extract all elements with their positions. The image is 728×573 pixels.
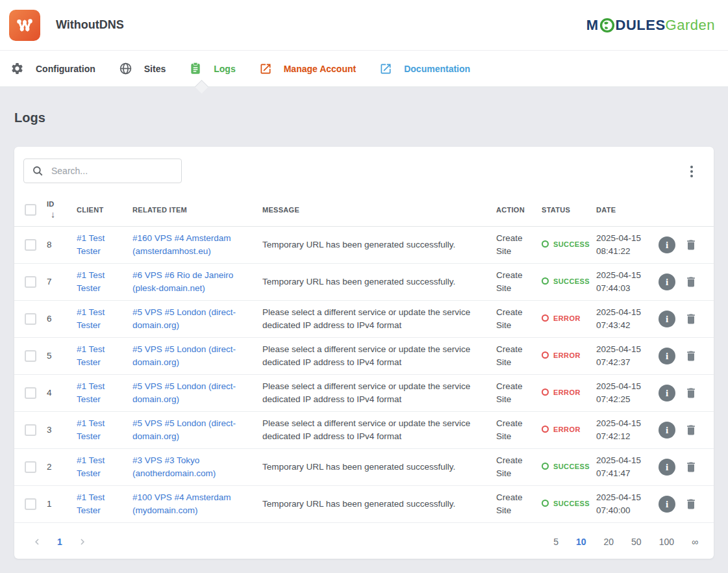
sort-desc-icon[interactable]: ↓ — [51, 210, 55, 219]
pagination-bar: 1 5102050100∞ — [14, 525, 714, 559]
row-checkbox[interactable] — [25, 424, 36, 436]
info-icon[interactable]: i — [659, 459, 675, 476]
chevron-right-icon[interactable] — [77, 536, 88, 548]
client-link[interactable]: #1 Test Tester — [77, 455, 105, 478]
tab-configuration-label: Configuration — [36, 64, 95, 74]
trash-icon[interactable] — [684, 275, 697, 288]
related-item-link[interactable]: #160 VPS #4 Amsterdam (amsterdamhost.eu) — [132, 233, 231, 256]
related-item-link[interactable]: #5 VPS #5 London (direct-domain.org) — [132, 381, 236, 404]
tab-logs-label: Logs — [214, 64, 235, 74]
tab-configuration[interactable]: Configuration — [10, 62, 95, 75]
related-item-link[interactable]: #6 VPS #6 Rio de Janeiro (plesk-domain.n… — [132, 270, 233, 293]
column-client[interactable]: CLIENT — [77, 194, 132, 226]
related-item-link[interactable]: #100 VPS #4 Amsterdam (mydomain.com) — [132, 492, 231, 515]
status-circle-icon — [542, 277, 549, 285]
row-checkbox[interactable] — [25, 313, 36, 325]
tab-logs[interactable]: Logs — [189, 62, 235, 75]
related-item-link[interactable]: #5 VPS #5 London (direct-domain.org) — [132, 344, 236, 367]
client-link[interactable]: #1 Test Tester — [77, 381, 105, 404]
related-item-link[interactable]: #5 VPS #5 London (direct-domain.org) — [132, 307, 236, 330]
column-action[interactable]: ACTION — [496, 194, 542, 226]
row-checkbox[interactable] — [25, 239, 36, 251]
info-icon[interactable]: i — [659, 422, 675, 439]
select-all-checkbox[interactable] — [25, 204, 36, 216]
info-icon[interactable]: i — [659, 311, 675, 327]
cell-action: Create Site — [496, 448, 542, 485]
tab-manage-account[interactable]: Manage Account — [259, 62, 357, 75]
row-checkbox[interactable] — [25, 276, 36, 288]
column-message[interactable]: MESSAGE — [262, 194, 496, 226]
current-page[interactable]: 1 — [57, 537, 62, 547]
info-icon[interactable]: i — [659, 274, 675, 290]
logs-table: ID ↓ CLIENT RELATED ITEM MESSAGE ACTION … — [14, 194, 714, 523]
trash-icon[interactable] — [684, 387, 697, 400]
tab-documentation[interactable]: Documentation — [379, 62, 470, 75]
gear-icon — [10, 62, 24, 75]
column-status[interactable]: STATUS — [542, 194, 596, 226]
cell-action: Create Site — [496, 300, 542, 337]
brand-part-3: Garden — [666, 17, 715, 34]
chevron-left-icon[interactable] — [31, 536, 43, 548]
row-actions: i — [659, 385, 705, 401]
external-link-icon — [379, 62, 392, 75]
app-header: WithoutDNS M DULES Garden — [0, 0, 728, 51]
info-icon[interactable]: i — [659, 348, 675, 364]
search-input[interactable] — [51, 166, 175, 176]
nav-bar: Configuration Sites Logs Manage Account — [0, 51, 728, 87]
content-area: Logs — [0, 87, 728, 559]
status-circle-icon — [542, 240, 549, 248]
cell-date: 2025-04-15 07:42:12 — [596, 411, 659, 448]
brand-part-1: M — [586, 17, 599, 34]
related-item-link[interactable]: #5 VPS #5 London (direct-domain.org) — [132, 418, 236, 441]
status-badge: ERROR — [542, 423, 581, 436]
client-link[interactable]: #1 Test Tester — [77, 233, 105, 256]
client-link[interactable]: #1 Test Tester — [77, 492, 105, 515]
info-icon[interactable]: i — [659, 385, 675, 401]
trash-icon[interactable] — [684, 350, 697, 363]
tab-manage-account-label: Manage Account — [284, 64, 357, 74]
page-size-option[interactable]: ∞ — [692, 537, 698, 547]
network-w-icon — [14, 14, 36, 36]
cell-date: 2025-04-15 07:42:37 — [596, 337, 659, 374]
client-link[interactable]: #1 Test Tester — [77, 307, 105, 330]
trash-icon[interactable] — [684, 498, 697, 511]
trash-icon[interactable] — [684, 461, 697, 474]
more-options-kebab-icon[interactable] — [684, 164, 699, 179]
app-title: WithoutDNS — [56, 18, 124, 32]
column-id[interactable]: ID ↓ — [47, 200, 55, 219]
page-size-option[interactable]: 20 — [604, 537, 614, 547]
client-link[interactable]: #1 Test Tester — [77, 344, 105, 367]
globe-icon — [119, 62, 132, 75]
page-size-option[interactable]: 50 — [631, 537, 642, 547]
page-size-option[interactable]: 100 — [659, 537, 674, 547]
cell-id: 7 — [47, 263, 77, 300]
trash-icon[interactable] — [684, 312, 697, 325]
cell-message: Temporary URL has been generated success… — [262, 485, 496, 522]
info-icon[interactable]: i — [659, 496, 675, 513]
cell-message: Please select a different service or upd… — [262, 300, 496, 337]
client-link[interactable]: #1 Test Tester — [77, 270, 105, 293]
cell-action: Create Site — [496, 485, 542, 522]
trash-icon[interactable] — [684, 424, 697, 437]
row-actions: i — [659, 422, 705, 439]
row-checkbox[interactable] — [25, 461, 36, 473]
page-size-option[interactable]: 10 — [576, 537, 586, 547]
trash-icon[interactable] — [684, 238, 697, 251]
row-checkbox[interactable] — [25, 387, 36, 399]
client-link[interactable]: #1 Test Tester — [77, 418, 105, 441]
app-logo-icon — [9, 10, 40, 41]
tab-sites[interactable]: Sites — [119, 62, 166, 75]
brand-part-2: DULES — [616, 17, 666, 34]
card-toolbar — [14, 147, 714, 183]
row-checkbox[interactable] — [25, 350, 36, 362]
column-related-item[interactable]: RELATED ITEM — [132, 194, 262, 226]
info-icon[interactable]: i — [659, 236, 675, 253]
column-date[interactable]: DATE — [596, 194, 659, 226]
related-item-link[interactable]: #3 VPS #3 Tokyo (anotherdomain.com) — [132, 455, 216, 478]
page-size-option[interactable]: 5 — [553, 537, 559, 547]
cell-date: 2025-04-15 07:44:03 — [596, 263, 659, 300]
row-checkbox[interactable] — [25, 498, 36, 510]
row-actions: i — [659, 459, 705, 476]
cell-action: Create Site — [496, 226, 542, 263]
row-actions: i — [659, 496, 705, 513]
